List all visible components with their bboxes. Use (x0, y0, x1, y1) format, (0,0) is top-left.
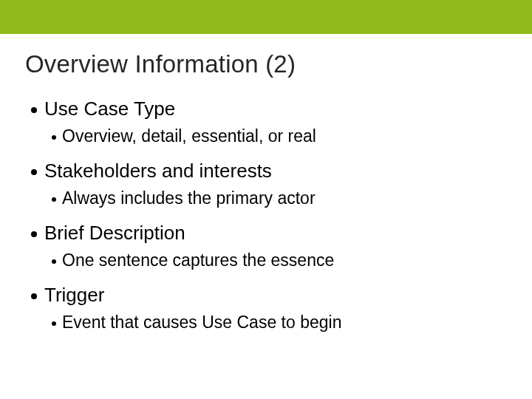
slide-title: Overview Information (2) (25, 50, 507, 78)
list-item: Event that causes Use Case to begin (25, 313, 507, 332)
list-item: Always includes the primary actor (25, 188, 507, 208)
bullet-icon (52, 321, 56, 326)
list-item: Overview, detail, essential, or real (25, 126, 507, 146)
item-label: Trigger (44, 284, 104, 307)
item-label: Use Case Type (44, 98, 175, 120)
item-sub: Event that causes Use Case to begin (62, 313, 341, 332)
list-item: Brief Description (25, 222, 507, 245)
bullet-icon (31, 293, 37, 299)
list-item: One sentence captures the essence (25, 250, 507, 270)
bullet-icon (31, 169, 37, 175)
bullet-icon (52, 197, 56, 202)
slide-content: Overview Information (2) Use Case Type O… (0, 34, 532, 332)
item-sub: Overview, detail, essential, or real (62, 126, 316, 146)
list-item: Stakeholders and interests (25, 160, 507, 183)
list-item: Trigger (25, 284, 507, 307)
item-label: Stakeholders and interests (44, 160, 272, 183)
item-sub: Always includes the primary actor (62, 188, 316, 208)
item-sub: One sentence captures the essence (62, 250, 334, 270)
bullet-icon (52, 135, 56, 140)
accent-top-bar (0, 0, 532, 34)
bullet-icon (52, 259, 56, 264)
bullet-icon (31, 231, 37, 237)
item-label: Brief Description (44, 222, 185, 245)
bullet-icon (31, 107, 37, 113)
list-item: Use Case Type (25, 98, 507, 120)
